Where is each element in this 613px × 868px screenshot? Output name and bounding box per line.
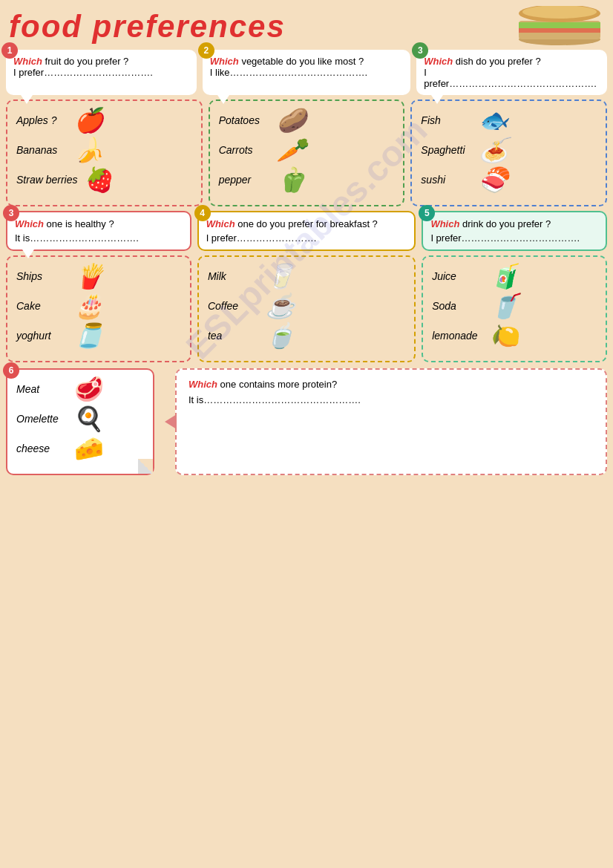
- question-3-healthy-box: 3 Which one is healthy ? It is……………………………: [6, 211, 191, 251]
- protein-question-box: Which one contains more protein? It is………: [175, 368, 607, 475]
- q3-healthy-text: Which one is healthy ?: [15, 218, 183, 229]
- spaghetti-label: Spaghetti: [421, 144, 473, 156]
- q1-text: Which fruit do you prefer ?: [13, 56, 189, 67]
- meat-icon: 🥩: [74, 377, 104, 401]
- title-area: food preferences: [0, 0, 613, 50]
- section-6-area: 6 Meat 🥩 Omelette 🍳 cheese 🧀 Which one c…: [0, 367, 613, 477]
- coffee-icon: ☕: [266, 294, 295, 318]
- tea-label: tea: [208, 330, 260, 342]
- tea-icon: 🍵: [266, 324, 295, 347]
- q3-healthy-which: Which: [15, 218, 44, 229]
- juice-icon: 🧃: [490, 264, 519, 288]
- pepper-icon: 🫑: [277, 168, 306, 192]
- badge-2: 2: [198, 42, 214, 59]
- juice-label: Juice: [432, 270, 484, 282]
- q5-text: Which drink do you prefer ?: [430, 218, 598, 229]
- q2-which: Which: [210, 56, 239, 67]
- lemonade-label: lemonade: [432, 330, 484, 342]
- carrot-item: Carrots 🥕: [219, 138, 395, 162]
- svg-rect-2: [519, 22, 600, 28]
- badge-6: 6: [3, 362, 19, 379]
- omelette-label: Omelette: [16, 413, 68, 425]
- spaghetti-icon: 🍝: [479, 138, 508, 162]
- potato-item: Potatoes 🥔: [219, 108, 395, 132]
- protein-rest: one contains more protein?: [217, 379, 337, 390]
- ships-label: Ships: [16, 270, 68, 282]
- yoghurt-item: yoghurt 🫙: [16, 324, 181, 347]
- potato-label: Potatoes: [219, 114, 271, 126]
- q5-answer: I prefer……………………………….: [430, 232, 598, 244]
- lemonade-item: lemonade 🍋: [432, 324, 597, 347]
- q4-answer: I prefer…………………….: [206, 232, 407, 244]
- q3-healthy-answer: It is…………………………….: [15, 232, 183, 244]
- omelette-icon: 🍳: [74, 407, 104, 431]
- apple-label: Apples ?: [16, 114, 68, 126]
- carrot-icon: 🥕: [277, 138, 306, 162]
- pepper-item: pepper 🫑: [219, 168, 395, 192]
- q3-dish-answer: I prefer……………………………………….: [424, 67, 600, 89]
- bottom-food-columns: Ships 🍟 Cake 🎂 yoghurt 🫙 Milk 🥛 Coffee ☕: [0, 254, 613, 364]
- fish-label: Fish: [421, 114, 473, 126]
- q1-answer: I prefer…………………………….: [13, 67, 189, 78]
- strawberry-icon: 🍓: [83, 168, 113, 192]
- lemonade-icon: 🍋: [490, 324, 519, 347]
- yoghurt-icon: 🫙: [74, 324, 104, 347]
- food-columns-top: Apples ? 🍎 Bananas 🍌 Straw berries 🍓 Pot…: [0, 98, 613, 208]
- fruits-box: Apples ? 🍎 Bananas 🍌 Straw berries 🍓: [6, 99, 203, 206]
- strawberry-label: Straw berries: [16, 174, 77, 186]
- sushi-label: sushi: [421, 174, 473, 186]
- cake-icon: 🎂: [74, 294, 104, 318]
- svg-rect-3: [519, 28, 600, 33]
- badge-3-healthy: 3: [3, 205, 19, 221]
- protein-box-arrow: [165, 414, 177, 429]
- sushi-icon: 🍣: [479, 168, 508, 192]
- question-1-box: 1 Which fruit do you prefer ? I prefer………: [6, 50, 197, 95]
- apple-item: Apples ? 🍎: [16, 108, 192, 132]
- q2-rest: vegetable do you like most ?: [239, 56, 364, 67]
- drinks-box: Juice 🧃 Soda 🥤 lemonade 🍋: [422, 255, 607, 362]
- q1-which: Which: [13, 56, 42, 67]
- protein-which: Which: [189, 379, 217, 390]
- soda-item: Soda 🥤: [432, 294, 597, 318]
- omelette-item: Omelette 🍳: [16, 407, 144, 431]
- meat-label: Meat: [16, 383, 68, 395]
- q3-healthy-rest: one is healthy ?: [44, 218, 114, 229]
- cheese-item: cheese 🧀: [16, 437, 144, 460]
- carrot-label: Carrots: [219, 144, 271, 156]
- cake-label: Cake: [16, 300, 68, 312]
- protein-question-text: Which one contains more protein?: [189, 379, 594, 390]
- q2-text: Which vegetable do you like most ?: [210, 56, 403, 67]
- juice-item: Juice 🧃: [432, 264, 597, 288]
- milk-label: Milk: [208, 270, 260, 282]
- snacks-box: Ships 🍟 Cake 🎂 yoghurt 🫙: [6, 255, 191, 362]
- page-container: ESLprintables.com food preferences 1 Whi…: [0, 0, 613, 477]
- ships-icon: 🍟: [74, 264, 104, 288]
- dishes-box: Fish 🐟 Spaghetti 🍝 sushi 🍣: [410, 99, 607, 206]
- sandwich-illustration: [515, 6, 604, 47]
- banana-item: Bananas 🍌: [16, 138, 192, 162]
- cheese-icon: 🧀: [74, 437, 104, 460]
- vegetables-box: Potatoes 🥔 Carrots 🥕 pepper 🫑: [209, 99, 405, 206]
- coffee-item: Coffee ☕: [208, 294, 405, 318]
- ships-item: Ships 🍟: [16, 264, 181, 288]
- q4-rest: one do you prefer for breakfast ?: [235, 218, 378, 229]
- tea-item: tea 🍵: [208, 324, 405, 347]
- banana-label: Bananas: [16, 144, 68, 156]
- q3-dish-which: Which: [424, 56, 453, 67]
- q2-answer: I like…………………………………….: [210, 67, 403, 78]
- question-2-box: 2 Which vegetable do you like most ? I l…: [203, 50, 410, 95]
- protein-answer: It is………………………………………….: [189, 394, 594, 405]
- yoghurt-label: yoghurt: [16, 330, 68, 342]
- cheese-label: cheese: [16, 443, 68, 454]
- q4-which: Which: [206, 218, 235, 229]
- q4-text: Which one do you prefer for breakfast ?: [206, 218, 407, 229]
- page-title: food preferences: [9, 9, 286, 45]
- milk-item: Milk 🥛: [208, 264, 405, 288]
- mid-questions-row: 3 Which one is healthy ? It is……………………………: [0, 211, 613, 251]
- fish-icon: 🐟: [479, 108, 508, 132]
- q3-dish-text: Which dish do you prefer ?: [424, 56, 600, 67]
- apple-icon: 🍎: [74, 108, 104, 132]
- strawberry-item: Straw berries 🍓: [16, 168, 192, 192]
- question-3-dish-box: 3 Which dish do you prefer ? I prefer…………: [416, 50, 607, 95]
- fish-item: Fish 🐟: [421, 108, 597, 132]
